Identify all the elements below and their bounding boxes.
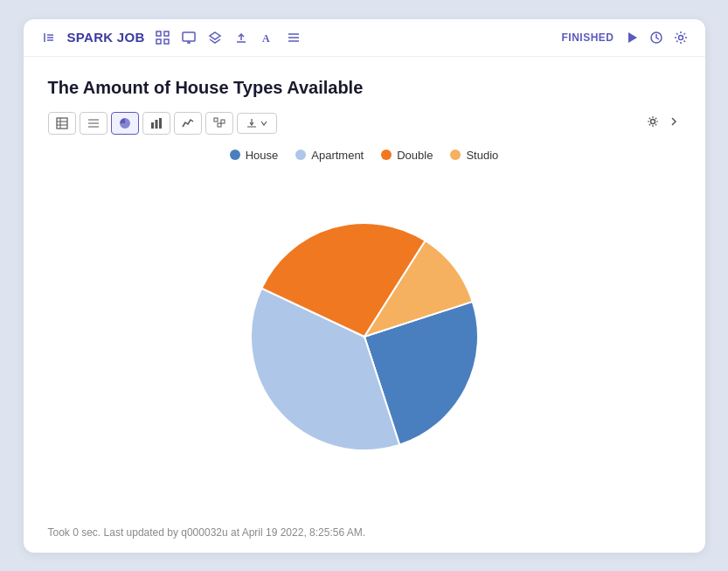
- toolbar-action-icons: A: [156, 31, 301, 45]
- upload-icon[interactable]: [234, 31, 248, 45]
- chart-legend: House Apartment Double Studio: [48, 149, 681, 162]
- download-button[interactable]: [237, 113, 277, 134]
- svg-text:A: A: [262, 32, 270, 45]
- chart-type-pie[interactable]: [111, 112, 139, 135]
- play-icon[interactable]: [625, 31, 639, 45]
- legend-double: Double: [381, 149, 433, 162]
- legend-label-double: Double: [397, 149, 433, 162]
- display-icon[interactable]: [182, 31, 196, 45]
- main-card: SPARK JOB: [24, 19, 705, 553]
- svg-point-34: [650, 119, 655, 123]
- expand-chart-icon[interactable]: [667, 115, 681, 132]
- svg-marker-11: [210, 32, 220, 39]
- status-badge: FINISHED: [561, 31, 614, 44]
- toolbar-right: FINISHED: [561, 31, 687, 45]
- svg-rect-5: [164, 31, 169, 36]
- legend-label-studio: Studio: [466, 149, 498, 162]
- legend-dot-house: [230, 150, 240, 160]
- svg-rect-29: [159, 118, 162, 129]
- chart-toolbar-right: [646, 115, 681, 132]
- svg-marker-17: [628, 32, 637, 43]
- pie-chart-container: [48, 172, 681, 502]
- content-area: The Amount of House Types Available: [24, 57, 705, 516]
- svg-rect-6: [156, 39, 161, 44]
- chart-toolbar: [48, 112, 681, 135]
- chart-type-list[interactable]: [80, 112, 107, 135]
- chart-type-line[interactable]: [174, 112, 202, 135]
- legend-house: House: [230, 149, 279, 162]
- svg-rect-4: [156, 31, 161, 36]
- app-title: SPARK JOB: [67, 30, 145, 45]
- clock-icon[interactable]: [649, 31, 663, 45]
- chart-type-scatter[interactable]: [205, 112, 233, 135]
- chart-title: The Amount of House Types Available: [48, 78, 681, 98]
- legend-label-house: House: [246, 149, 279, 162]
- svg-rect-20: [57, 118, 67, 129]
- expand-icon[interactable]: [156, 31, 170, 45]
- footer-text: Took 0 sec. Last updated by q000032u at …: [48, 526, 366, 539]
- toolbar-left: SPARK JOB: [41, 30, 301, 45]
- chart-settings-icon[interactable]: [646, 115, 660, 132]
- legend-dot-studio: [450, 150, 461, 160]
- svg-rect-28: [155, 120, 157, 129]
- legend-studio: Studio: [450, 149, 498, 162]
- svg-rect-27: [151, 122, 154, 129]
- legend-dot-apartment: [295, 150, 306, 160]
- font-icon[interactable]: A: [260, 31, 274, 45]
- top-toolbar: SPARK JOB: [24, 19, 705, 57]
- settings-icon[interactable]: [674, 31, 688, 45]
- svg-point-19: [678, 35, 683, 39]
- svg-rect-8: [183, 32, 195, 41]
- svg-rect-31: [218, 123, 221, 127]
- pie-chart: [233, 205, 496, 468]
- svg-rect-30: [214, 118, 218, 122]
- legend-label-apartment: Apartment: [311, 149, 364, 162]
- list-lines-icon[interactable]: [41, 30, 57, 45]
- legend-dot-double: [381, 150, 392, 160]
- legend-apartment: Apartment: [295, 149, 364, 162]
- svg-rect-32: [221, 120, 225, 123]
- svg-rect-7: [164, 39, 169, 44]
- bullets-icon[interactable]: [287, 31, 301, 45]
- layers-icon[interactable]: [208, 31, 222, 45]
- footer: Took 0 sec. Last updated by q000032u at …: [24, 516, 705, 553]
- chart-type-bar[interactable]: [142, 112, 170, 135]
- chart-type-table[interactable]: [48, 112, 76, 135]
